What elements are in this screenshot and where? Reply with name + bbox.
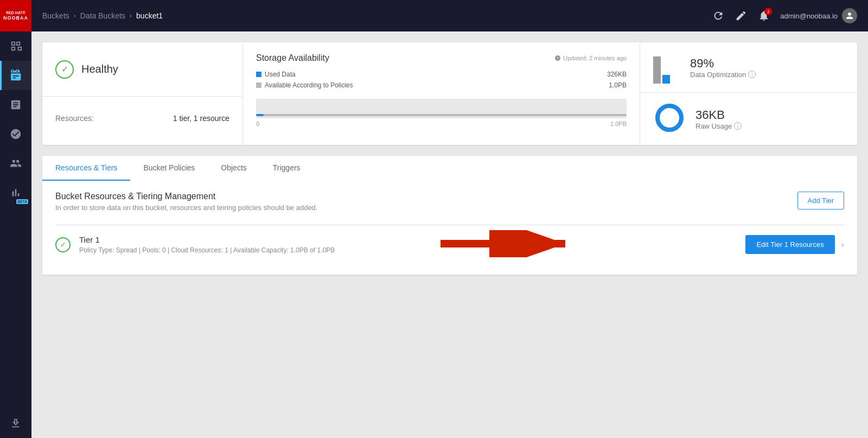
logo-line2: NOOBAA bbox=[3, 15, 28, 21]
sidebar-item-resources[interactable] bbox=[0, 90, 31, 119]
storage-card: Storage Availability Updated: 2 minutes … bbox=[243, 42, 640, 145]
raw-usage-info-icon[interactable]: i bbox=[734, 122, 742, 130]
dashboard-icon bbox=[10, 40, 22, 52]
legend-available-left: Available According to Policies bbox=[256, 81, 353, 89]
user-avatar bbox=[842, 8, 857, 23]
legend-used-left: Used Data bbox=[256, 71, 296, 78]
logo-line1: RED HAT® bbox=[6, 11, 25, 15]
raw-usage-info: 36KB Raw Usage i bbox=[695, 108, 742, 130]
topnav-right: 2 admin@noobaa.io bbox=[712, 8, 857, 23]
tab-resources-tiers[interactable]: Resources & Tiers bbox=[42, 156, 130, 181]
storage-title-row: Storage Availability Updated: 2 minutes … bbox=[256, 53, 627, 63]
panel-subtitle: In order to store data on this bucket, r… bbox=[55, 204, 317, 212]
page-content: ✓ Healthy Resources: 1 tier, 1 resource … bbox=[31, 31, 868, 438]
analytics-icon bbox=[10, 187, 22, 199]
sidebar-item-buckets[interactable] bbox=[0, 61, 31, 90]
breadcrumb-current: bucket1 bbox=[136, 11, 163, 20]
bar-max: 1.0PB bbox=[610, 120, 627, 127]
legend-used-label: Used Data bbox=[265, 71, 296, 78]
panel-header: Bucket Resources & Tiering Management In… bbox=[55, 192, 844, 212]
tier-expand-chevron[interactable]: › bbox=[841, 240, 844, 250]
tab-objects[interactable]: Objects bbox=[208, 156, 259, 181]
storage-title: Storage Availability bbox=[256, 53, 329, 63]
edit-tier-button[interactable]: Edit Tier 1 Resources bbox=[745, 235, 834, 254]
breadcrumb-sep-2: › bbox=[130, 12, 132, 20]
optimization-label: Data Optimization i bbox=[690, 71, 756, 79]
tier-actions: Edit Tier 1 Resources › bbox=[745, 235, 844, 254]
tier-details: Policy Type: Spread | Pools: 0 | Cloud R… bbox=[79, 246, 745, 254]
sidebar-item-analytics[interactable]: BETA bbox=[0, 178, 31, 207]
beta-badge: BETA bbox=[16, 199, 28, 204]
bar-used bbox=[256, 114, 264, 116]
available-dot bbox=[256, 82, 261, 88]
raw-usage-size: 36KB bbox=[695, 108, 742, 122]
sidebar-item-pools[interactable] bbox=[0, 119, 31, 149]
resources-label: Resources: bbox=[55, 114, 94, 123]
refresh-button[interactable] bbox=[712, 9, 725, 22]
bar-chart-bar2 bbox=[662, 75, 670, 84]
data-optimization-stat: 89% Data Optimization i bbox=[640, 42, 857, 93]
donut-chart bbox=[653, 101, 686, 134]
optimization-chart bbox=[653, 51, 680, 84]
health-icon: ✓ bbox=[55, 60, 74, 79]
user-menu[interactable]: admin@noobaa.io bbox=[780, 8, 857, 23]
tab-triggers[interactable]: Triggers bbox=[260, 156, 314, 181]
storage-bar bbox=[256, 99, 627, 118]
legend-available-value: 1.0PB bbox=[609, 81, 627, 89]
bar-min: 0 bbox=[256, 120, 259, 127]
used-dot bbox=[256, 72, 261, 77]
notifications-button[interactable]: 2 bbox=[757, 9, 770, 22]
clock-icon bbox=[554, 55, 561, 61]
health-status-area: ✓ Healthy bbox=[42, 42, 242, 97]
sidebar: RED HAT® NOOBAA BETA bbox=[0, 0, 31, 438]
sidebar-item-dashboard[interactable] bbox=[0, 31, 31, 61]
health-card: ✓ Healthy Resources: 1 tier, 1 resource bbox=[42, 42, 243, 145]
legend-used: Used Data 326KB bbox=[256, 71, 627, 78]
updated-text: Updated: 2 minutes ago bbox=[563, 55, 627, 61]
app-logo: RED HAT® NOOBAA bbox=[0, 0, 31, 31]
storage-legend: Used Data 326KB Available According to P… bbox=[256, 71, 627, 89]
pools-icon bbox=[10, 128, 22, 140]
sidebar-item-accounts[interactable] bbox=[0, 149, 31, 178]
breadcrumb-data-buckets[interactable]: Data Buckets bbox=[80, 11, 125, 20]
avatar-icon bbox=[845, 11, 854, 21]
buckets-icon bbox=[11, 69, 23, 81]
legend-used-value: 326KB bbox=[607, 71, 627, 78]
optimization-info-icon[interactable]: i bbox=[748, 71, 756, 78]
bar-labels: 0 1.0PB bbox=[256, 120, 627, 127]
optimization-info: 89% Data Optimization i bbox=[690, 56, 756, 79]
raw-usage-stat: 36KB Raw Usage i bbox=[640, 93, 857, 145]
tabs-bar: Resources & Tiers Bucket Policies Object… bbox=[42, 156, 857, 181]
health-label: Healthy bbox=[81, 63, 118, 75]
accounts-icon bbox=[10, 157, 22, 169]
refresh-icon bbox=[712, 10, 724, 22]
raw-usage-label: Raw Usage i bbox=[695, 122, 742, 130]
health-resources-area: Resources: 1 tier, 1 resource bbox=[42, 97, 242, 140]
legend-available-label: Available According to Policies bbox=[265, 81, 353, 89]
breadcrumb-sep-1: › bbox=[74, 12, 76, 20]
panel-title: Bucket Resources & Tiering Management bbox=[55, 192, 317, 201]
bar-chart-bar1 bbox=[653, 56, 661, 84]
storage-updated: Updated: 2 minutes ago bbox=[554, 55, 627, 61]
bar-available bbox=[256, 114, 627, 116]
tier-row: ✓ Tier 1 Policy Type: Spread | Pools: 0 … bbox=[55, 225, 844, 264]
topnav: Buckets › Data Buckets › bucket1 2 admin… bbox=[31, 0, 868, 31]
svg-point-1 bbox=[658, 106, 681, 130]
user-email: admin@noobaa.io bbox=[780, 12, 838, 20]
tab-bucket-policies[interactable]: Bucket Policies bbox=[130, 156, 208, 181]
add-tier-button[interactable]: Add Tier bbox=[797, 192, 844, 210]
edit-button[interactable] bbox=[735, 9, 748, 22]
notification-count: 2 bbox=[764, 8, 772, 15]
breadcrumb-buckets[interactable]: Buckets bbox=[42, 11, 69, 20]
edit-icon bbox=[735, 10, 747, 22]
optimization-percent: 89% bbox=[690, 56, 756, 71]
sidebar-bottom bbox=[0, 409, 31, 438]
tier-name: Tier 1 bbox=[79, 235, 745, 244]
legend-available: Available According to Policies 1.0PB bbox=[256, 81, 627, 89]
breadcrumb: Buckets › Data Buckets › bucket1 bbox=[42, 11, 163, 20]
sidebar-item-upload[interactable] bbox=[0, 409, 31, 438]
upload-icon bbox=[10, 417, 22, 429]
tier-info: Tier 1 Policy Type: Spread | Pools: 0 | … bbox=[79, 235, 745, 254]
tier-status-icon: ✓ bbox=[55, 237, 71, 252]
stats-card: 89% Data Optimization i bbox=[640, 42, 857, 145]
